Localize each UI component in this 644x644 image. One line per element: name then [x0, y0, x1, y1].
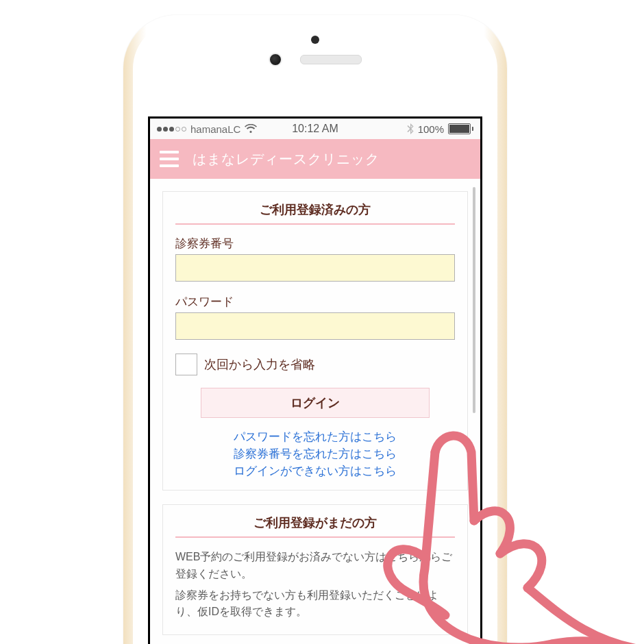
login-card-header: ご利用登録済みの方	[175, 201, 455, 225]
remember-checkbox[interactable]	[175, 354, 197, 375]
phone-screen: hamanaLC 10:12 AM 100%	[148, 116, 482, 644]
ear-speaker	[300, 55, 362, 64]
phone-sensor-row	[123, 53, 507, 66]
bluetooth-icon	[407, 123, 414, 134]
link-forgot-card-number[interactable]: 診察券番号を忘れた方はこちら	[175, 446, 455, 462]
status-bar-right: 100%	[407, 123, 473, 135]
carrier-label: hamanaLC	[190, 123, 240, 135]
card-number-label: 診察券番号	[175, 236, 455, 251]
status-bar-left: hamanaLC	[157, 123, 257, 135]
login-button[interactable]: ログイン	[201, 388, 430, 418]
register-paragraph-1: WEB予約のご利用登録がお済みでない方はこちらからご登録ください。	[175, 549, 455, 583]
help-links: パスワードを忘れた方はこちら 診察券番号を忘れた方はこちら ログインができない方…	[175, 429, 455, 479]
password-label: パスワード	[175, 294, 455, 310]
link-cannot-login[interactable]: ログインができない方はこちら	[175, 463, 455, 479]
link-forgot-password[interactable]: パスワードを忘れた方はこちら	[175, 429, 455, 445]
clock: 10:12 AM	[292, 123, 338, 134]
menu-icon[interactable]	[160, 151, 179, 167]
register-card: ご利用登録がまだの方 WEB予約のご利用登録がお済みでない方はこちらからご登録く…	[162, 504, 468, 635]
register-card-header: ご利用登録がまだの方	[175, 515, 455, 538]
battery-icon	[448, 123, 473, 134]
app-header: はまなレディースクリニック	[150, 139, 480, 179]
password-input[interactable]	[175, 312, 455, 340]
battery-percent: 100%	[418, 123, 444, 135]
cell-signal-icon	[157, 127, 186, 132]
card-number-input[interactable]	[175, 254, 455, 282]
remember-label: 次回から入力を省略	[204, 356, 315, 373]
page-content: ご利用登録済みの方 診察券番号 パスワード 次回から入力を省略 ログイン パスワ…	[150, 179, 480, 635]
register-paragraph-2: 診察券をお持ちでない方も利用登録いただくことにより、仮IDを取得できます。	[175, 587, 455, 621]
proximity-sensor	[311, 36, 319, 44]
front-camera	[269, 53, 282, 66]
wifi-icon	[245, 124, 257, 134]
status-bar: hamanaLC 10:12 AM 100%	[150, 119, 480, 139]
scrollbar[interactable]	[473, 187, 475, 413]
phone-frame: hamanaLC 10:12 AM 100%	[123, 15, 507, 644]
app-title: はまなレディースクリニック	[193, 150, 380, 169]
remember-row: 次回から入力を省略	[175, 354, 455, 375]
login-card: ご利用登録済みの方 診察券番号 パスワード 次回から入力を省略 ログイン パスワ…	[162, 191, 468, 491]
